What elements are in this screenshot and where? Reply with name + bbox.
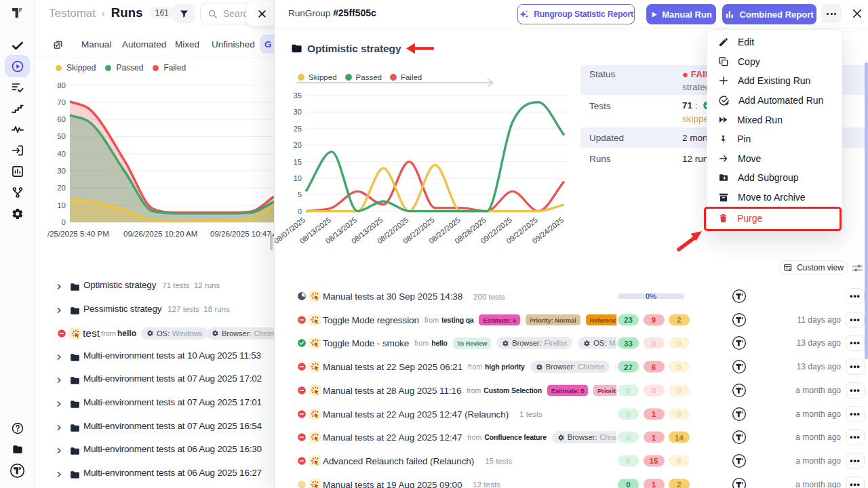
svg-text:10: 10 (57, 201, 66, 209)
svg-text:20: 20 (57, 184, 66, 192)
svg-text:20: 20 (294, 141, 302, 149)
svg-text:30: 30 (57, 167, 66, 175)
svg-text:50: 50 (57, 132, 66, 140)
svg-text:10: 10 (294, 174, 302, 182)
svg-text:5: 5 (298, 190, 302, 199)
svg-text:80: 80 (57, 81, 66, 89)
svg-text:70: 70 (57, 98, 66, 106)
svg-text:35: 35 (294, 92, 302, 100)
svg-text:30: 30 (294, 108, 302, 116)
svg-text:15: 15 (294, 158, 302, 166)
svg-text:40: 40 (57, 150, 66, 158)
svg-text:25: 25 (294, 125, 302, 133)
svg-text:60: 60 (57, 115, 66, 123)
svg-text:0: 0 (62, 218, 66, 226)
svg-text:0: 0 (298, 207, 302, 216)
